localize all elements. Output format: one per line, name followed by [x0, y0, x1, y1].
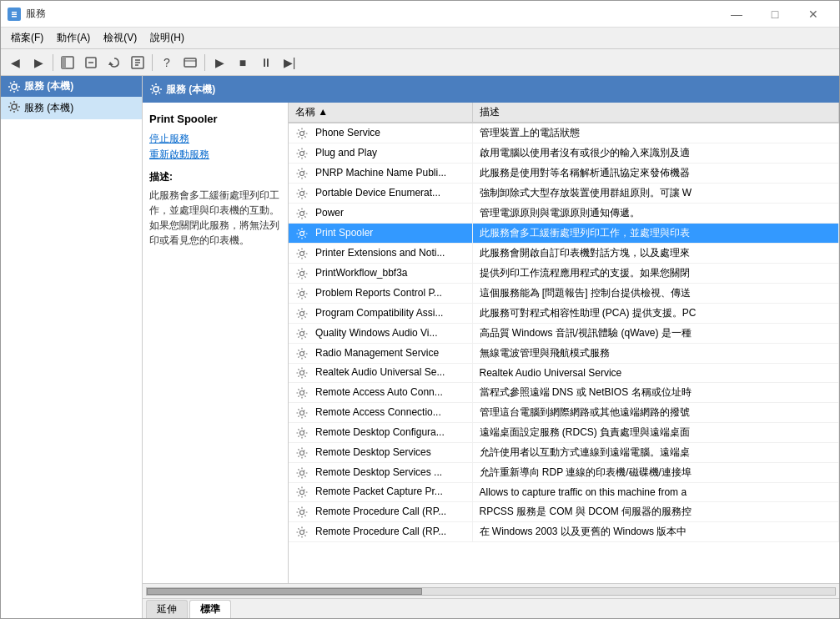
table-row[interactable]: Print Spooler此服務會多工緩衝處理列印工作，並處理與印表 [289, 224, 839, 244]
service-name-cell: Remote Desktop Services ... [289, 463, 472, 483]
svg-point-16 [12, 104, 17, 109]
service-name-cell: Program Compatibility Assi... [289, 304, 472, 324]
service-name-text: Print Spooler [315, 227, 373, 239]
service-desc-cell: Allows to capture traffic on this machin… [472, 483, 839, 502]
table-row[interactable]: PrintWorkflow_bbf3a提供列印工作流程應用程式的支援。如果您關閉 [289, 264, 839, 284]
gear-icon [295, 207, 312, 219]
col-header-desc[interactable]: 描述 [472, 103, 839, 123]
service-name-text: Printer Extensions and Noti... [315, 247, 445, 259]
menu-help[interactable]: 說明(H) [143, 29, 191, 47]
service-desc-cell: 當程式參照遠端 DNS 或 NetBIOS 名稱或位址時 [472, 383, 839, 403]
service-name-text: Remote Desktop Configura... [315, 426, 445, 438]
properties-button[interactable] [127, 53, 148, 73]
maximize-button[interactable]: □ [756, 1, 794, 28]
svg-rect-1 [12, 12, 17, 13]
table-row[interactable]: Remote Procedure Call (RP...在 Windows 20… [289, 522, 839, 542]
back-button[interactable]: ◀ [4, 53, 26, 73]
table-row[interactable]: Plug and Play啟用電腦以使用者沒有或很少的輸入來識別及適 [289, 143, 839, 164]
col-header-name[interactable]: 名稱 ▲ [289, 103, 472, 123]
service-desc-cell: 此服務會多工緩衝處理列印工作，並處理與印表 [472, 224, 839, 244]
service-desc-cell: Realtek Audio Universal Service [472, 364, 839, 383]
table-row[interactable]: Radio Management Service無線電波管理與飛航模式服務 [289, 344, 839, 364]
left-panel: 服務 (本機) 服務 (本機) [1, 76, 143, 618]
service-desc-cell: 此服務可對程式相容性助理 (PCA) 提供支援。PC [472, 304, 839, 324]
menu-file[interactable]: 檔案(F) [4, 29, 50, 47]
step-button[interactable]: ▶| [279, 53, 300, 73]
tree-item-services[interactable]: 服務 (本機) [1, 97, 142, 119]
table-row[interactable]: Remote Desktop Configura...遠端桌面設定服務 (RDC… [289, 423, 839, 443]
table-row[interactable]: Problem Reports Control P...這個服務能為 [問題報告… [289, 284, 839, 304]
table-row[interactable]: Remote Procedure Call (RP...RPCSS 服務是 CO… [289, 502, 839, 522]
browse-button[interactable] [179, 53, 201, 73]
tab-standard[interactable]: 標準 [189, 600, 231, 618]
menu-action[interactable]: 動作(A) [50, 29, 97, 47]
service-name-text: Plug and Play [315, 147, 377, 159]
help-button[interactable]: ? [156, 53, 178, 73]
horizontal-scrollbar[interactable] [146, 587, 836, 596]
refresh-button[interactable] [103, 53, 125, 73]
service-name-cell: Remote Access Auto Conn... [289, 383, 472, 403]
table-row[interactable]: Power管理電源原則與電源原則通知傳遞。 [289, 204, 839, 224]
pause-button[interactable]: ⏸ [255, 53, 277, 73]
svg-rect-3 [12, 16, 17, 18]
service-name-text: Remote Packet Capture Pr... [315, 486, 443, 497]
separator-1 [53, 54, 53, 71]
service-desc-cell: 管理裝置上的電話狀態 [472, 123, 839, 143]
table-row[interactable]: Remote Packet Capture Pr...Allows to cap… [289, 483, 839, 502]
service-name-cell: PNRP Machine Name Publi... [289, 164, 472, 184]
window-controls: — □ ✕ [717, 1, 832, 28]
title-bar: 服務 — □ ✕ [1, 1, 839, 28]
gear-icon [295, 446, 312, 458]
services-table: 名稱 ▲ 描述 Phone Service管理裝置上的電話狀態Plug and … [289, 103, 839, 542]
export-button[interactable] [80, 53, 102, 73]
table-row[interactable]: Quality Windows Audio Vi...高品質 Windows 音… [289, 324, 839, 344]
separator-2 [152, 54, 153, 71]
service-name-cell: Radio Management Service [289, 344, 472, 364]
tab-extended[interactable]: 延伸 [146, 600, 188, 618]
service-name-cell: Portable Device Enumerat... [289, 184, 472, 204]
stop-button[interactable]: ■ [232, 53, 254, 73]
forward-button[interactable]: ▶ [28, 53, 49, 73]
table-row[interactable]: Remote Access Connectio...管理這台電腦到網際網路或其他… [289, 403, 839, 423]
svg-point-35 [300, 471, 304, 475]
table-row[interactable]: Phone Service管理裝置上的電話狀態 [289, 123, 839, 143]
gear-icon [295, 267, 312, 279]
table-row[interactable]: Remote Desktop Services ...允許重新導向 RDP 連線… [289, 463, 839, 483]
service-desc-cell: 管理這台電腦到網際網路或其他遠端網路的撥號 [472, 403, 839, 423]
table-row[interactable]: PNRP Machine Name Publi...此服務是使用對等名稱解析通訊… [289, 164, 839, 184]
service-name-text: PrintWorkflow_bbf3a [315, 267, 408, 279]
service-name-text: Power [315, 207, 344, 219]
service-name-cell: Power [289, 204, 472, 224]
minimize-button[interactable]: — [717, 1, 756, 28]
gear-icon [295, 426, 312, 438]
close-button[interactable]: ✕ [794, 1, 832, 28]
service-name-text: Remote Procedure Call (RP... [315, 526, 446, 537]
service-desc-cell: 此服務會開啟自訂印表機對話方塊，以及處理來 [472, 244, 839, 264]
service-name-text: Program Compatibility Assi... [315, 307, 443, 319]
svg-point-22 [300, 211, 304, 215]
table-row[interactable]: Remote Desktop Services允許使用者以互動方式連線到遠端電腦… [289, 443, 839, 463]
table-row[interactable]: Printer Extensions and Noti...此服務會開啟自訂印表… [289, 244, 839, 264]
svg-point-37 [300, 510, 304, 514]
scrollbar-thumb[interactable] [147, 588, 422, 595]
horizontal-scrollbar-area [143, 583, 839, 598]
svg-rect-13 [184, 58, 196, 67]
stop-service-link[interactable]: 停止服務 [149, 132, 281, 146]
table-row[interactable]: Realtek Audio Universal Se...Realtek Aud… [289, 364, 839, 383]
table-row[interactable]: Remote Access Auto Conn...當程式參照遠端 DNS 或 … [289, 383, 839, 403]
right-panel-title: 服務 (本機) [166, 83, 215, 97]
desc-text: 此服務會多工緩衝處理列印工作，並處理與印表機的互動。如果您關閉此服務，將無法列印… [149, 188, 281, 248]
menu-view[interactable]: 檢視(V) [97, 29, 143, 47]
restart-service-link[interactable]: 重新啟動服務 [149, 148, 281, 162]
service-name-text: Quality Windows Audio Vi... [315, 327, 438, 339]
table-row[interactable]: Program Compatibility Assi...此服務可對程式相容性助… [289, 304, 839, 324]
svg-point-26 [300, 291, 304, 295]
show-hide-button[interactable] [57, 53, 78, 73]
table-row[interactable]: Portable Device Enumerat...強制卸除式大型存放裝置使用… [289, 184, 839, 204]
service-name-text: Realtek Audio Universal Se... [315, 366, 445, 378]
service-desc-cell: 在 Windows 2003 以及更舊的 Windows 版本中 [472, 522, 839, 542]
gear-icon [295, 247, 312, 259]
service-name-cell: Print Spooler [289, 224, 472, 244]
svg-point-32 [300, 410, 304, 415]
play-button[interactable]: ▶ [209, 53, 230, 73]
